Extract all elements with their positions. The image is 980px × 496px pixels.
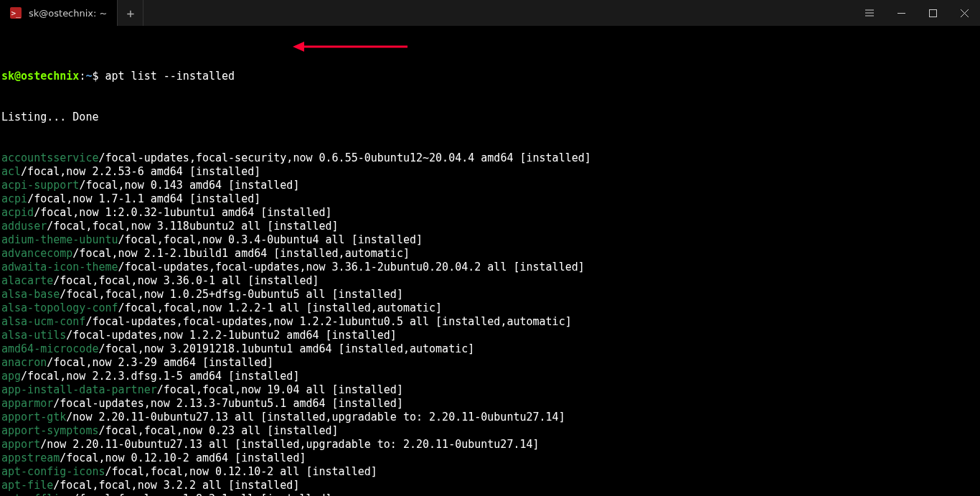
- package-details: /focal,focal,now 0.12.10-2 all [installe…: [105, 465, 377, 478]
- package-line: appstream/focal,now 0.12.10-2 amd64 [ins…: [1, 451, 979, 465]
- package-name: appstream: [1, 451, 60, 464]
- prompt-user: sk: [1, 70, 14, 83]
- package-line: alsa-base/focal,focal,now 1.0.25+dfsg-0u…: [1, 288, 979, 301]
- package-details: /focal-updates,focal-updates,now 1.2.2-1…: [85, 315, 571, 328]
- package-name: alsa-base: [1, 288, 60, 301]
- package-name: acpid: [1, 206, 34, 219]
- package-name: app-install-data-partner: [1, 383, 157, 396]
- package-name: alsa-ucm-conf: [1, 315, 85, 328]
- package-line: adwaita-icon-theme/focal-updates,focal-u…: [1, 261, 979, 274]
- svg-marker-2: [293, 42, 304, 52]
- prompt-dollar: $: [92, 70, 105, 83]
- package-name: accountsservice: [1, 151, 98, 164]
- maximize-icon: [929, 9, 937, 17]
- package-details: /focal,now 2.2.53-6 amd64 [installed]: [21, 165, 260, 178]
- menu-button[interactable]: [854, 0, 885, 26]
- maximize-button[interactable]: [917, 0, 948, 26]
- package-line: accountsservice/focal-updates,focal-secu…: [1, 151, 979, 165]
- package-details: /focal-updates,now 1.2.2-1ubuntu2 amd64 …: [66, 329, 397, 342]
- package-line: acpi/focal,now 1.7-1.1 amd64 [installed]: [1, 192, 979, 206]
- package-name: alsa-topology-conf: [1, 301, 118, 314]
- new-tab-button[interactable]: +: [118, 0, 143, 26]
- package-details: /focal,now 2.3-29 amd64 [installed]: [47, 356, 273, 369]
- package-line: apport-gtk/now 2.20.11-0ubuntu27.13 all …: [1, 411, 979, 424]
- package-details: /focal,now 0.12.10-2 amd64 [installed]: [60, 451, 306, 464]
- close-icon: [961, 9, 969, 17]
- package-details: /focal,focal,now 3.36.0-1 all [installed…: [53, 274, 319, 287]
- package-details: /focal,focal,now 19.04 all [installed]: [157, 383, 403, 396]
- package-name: adduser: [1, 220, 47, 233]
- package-name: amd64-microcode: [1, 342, 98, 355]
- package-line: alsa-utils/focal-updates,now 1.2.2-1ubun…: [1, 329, 979, 342]
- package-details: /focal,now 3.20191218.1ubuntu1 amd64 [in…: [98, 342, 474, 355]
- package-details: /focal,now 1.7-1.1 amd64 [installed]: [27, 192, 260, 205]
- package-name: anacron: [1, 356, 47, 369]
- package-details: /focal,now 1:2.0.32-1ubuntu1 amd64 [inst…: [34, 206, 331, 219]
- annotation-arrow: [267, 27, 407, 70]
- package-name: acl: [1, 165, 21, 178]
- package-line: advancecomp/focal,now 2.1-2.1build1 amd6…: [1, 247, 979, 261]
- package-line: adium-theme-ubuntu/focal,focal,now 0.3.4…: [1, 233, 979, 247]
- prompt-line: sk@ostechnix:~$ apt list --installed: [1, 70, 979, 83]
- package-details: /focal,now 2.1-2.1build1 amd64 [installe…: [72, 247, 410, 260]
- package-line: acpid/focal,now 1:2.0.32-1ubuntu1 amd64 …: [1, 206, 979, 220]
- minimize-icon: [897, 9, 905, 17]
- command-text: apt list --installed: [105, 70, 235, 83]
- package-name: apparmor: [1, 397, 53, 410]
- package-name: apport-gtk: [1, 411, 66, 424]
- titlebar: >_ sk@ostechnix: ~ +: [0, 0, 980, 26]
- package-name: acpi-support: [1, 179, 79, 192]
- package-line: app-install-data-partner/focal,focal,now…: [1, 383, 979, 397]
- prompt-host: ostechnix: [21, 70, 79, 83]
- listing-header: Listing... Done: [1, 111, 979, 124]
- package-details: /focal-updates,focal-updates,now 3.36.1-…: [118, 261, 585, 273]
- terminal-icon: >_: [10, 7, 22, 19]
- package-details: /focal,focal,now 3.2.2 all [installed]: [53, 479, 299, 492]
- package-list: accountsservice/focal-updates,focal-secu…: [1, 151, 979, 496]
- package-details: /focal,focal,now 1.8.2-1 all [installed]: [72, 492, 331, 496]
- package-line: alacarte/focal,focal,now 3.36.0-1 all [i…: [1, 274, 979, 288]
- package-line: alsa-ucm-conf/focal-updates,focal-update…: [1, 315, 979, 329]
- minimize-button[interactable]: [885, 0, 917, 26]
- package-name: alacarte: [1, 274, 53, 287]
- package-details: /focal-updates,now 2.13.3-7ubuntu5.1 amd…: [53, 397, 403, 410]
- package-line: apt-file/focal,focal,now 3.2.2 all [inst…: [1, 479, 979, 492]
- package-name: acpi: [1, 192, 27, 205]
- package-line: acpi-support/focal,now 0.143 amd64 [inst…: [1, 179, 979, 192]
- package-line: apg/focal,now 2.2.3.dfsg.1-5 amd64 [inst…: [1, 370, 979, 383]
- tab-title: sk@ostechnix: ~: [29, 8, 107, 19]
- package-details: /now 2.20.11-0ubuntu27.13 all [installed…: [66, 411, 565, 424]
- titlebar-spacer: [143, 0, 854, 26]
- package-details: /focal,focal,now 1.0.25+dfsg-0ubuntu5 al…: [60, 288, 403, 301]
- terminal-body[interactable]: sk@ostechnix:~$ apt list --installed Lis…: [0, 26, 980, 496]
- terminal-tab[interactable]: >_ sk@ostechnix: ~: [0, 0, 118, 26]
- svg-rect-0: [929, 9, 936, 17]
- package-line: acl/focal,now 2.2.53-6 amd64 [installed]: [1, 165, 979, 179]
- package-line: apport/now 2.20.11-0ubuntu27.13 all [ins…: [1, 438, 979, 451]
- package-line: anacron/focal,now 2.3-29 amd64 [installe…: [1, 356, 979, 370]
- package-details: /focal,focal,now 0.23 all [installed]: [98, 424, 338, 437]
- package-name: apt-file: [1, 479, 53, 492]
- close-button[interactable]: [948, 0, 980, 26]
- plus-icon: +: [127, 6, 135, 21]
- package-details: /focal,now 0.143 amd64 [installed]: [79, 179, 299, 192]
- hamburger-icon: [864, 8, 875, 18]
- package-details: /now 2.20.11-0ubuntu27.13 all [installed…: [40, 438, 539, 451]
- package-details: /focal,focal,now 3.118ubuntu2 all [insta…: [47, 220, 338, 233]
- package-name: apt-config-icons: [1, 465, 105, 478]
- package-name: advancecomp: [1, 247, 72, 260]
- package-name: apport: [1, 438, 40, 451]
- package-name: adwaita-icon-theme: [1, 261, 118, 273]
- package-line: apt-offline/focal,focal,now 1.8.2-1 all …: [1, 492, 979, 496]
- package-line: apt-config-icons/focal,focal,now 0.12.10…: [1, 465, 979, 479]
- package-details: /focal,focal,now 0.3.4-0ubuntu4 all [ins…: [118, 233, 423, 246]
- package-name: apg: [1, 370, 21, 383]
- package-name: apt-offline: [1, 492, 72, 496]
- package-name: adium-theme-ubuntu: [1, 233, 118, 246]
- package-line: alsa-topology-conf/focal,focal,now 1.2.2…: [1, 301, 979, 315]
- package-name: apport-symptoms: [1, 424, 98, 437]
- package-details: /focal-updates,focal-security,now 0.6.55…: [98, 151, 590, 164]
- package-name: alsa-utils: [1, 329, 66, 342]
- package-line: apport-symptoms/focal,focal,now 0.23 all…: [1, 424, 979, 438]
- package-line: adduser/focal,focal,now 3.118ubuntu2 all…: [1, 220, 979, 233]
